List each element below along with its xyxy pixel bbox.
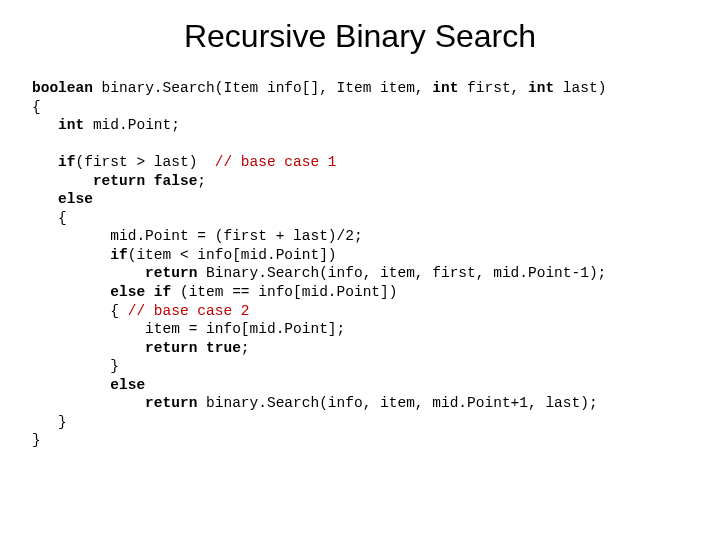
kw-int: int — [528, 80, 554, 96]
kw-if: if — [32, 154, 76, 170]
code-text: mid.Point; — [84, 117, 180, 133]
code-text: ; — [241, 340, 250, 356]
code-text: (item == info[mid.Point]) — [171, 284, 397, 300]
slide-title: Recursive Binary Search — [0, 0, 720, 79]
code-text: Binary.Search(info, item, first, mid.Poi… — [197, 265, 606, 281]
comment-base-case-1: // base case 1 — [215, 154, 337, 170]
kw-else: else — [32, 191, 93, 207]
kw-else: else — [32, 377, 145, 393]
kw-int: int — [32, 117, 84, 133]
kw-return-false: return false — [32, 173, 197, 189]
code-text: last) — [554, 80, 606, 96]
kw-boolean: boolean — [32, 80, 93, 96]
code-text: binary.Search(Item info[], Item item, — [93, 80, 432, 96]
kw-if: if — [32, 247, 128, 263]
code-text: (first > last) — [76, 154, 215, 170]
kw-else-if: else if — [32, 284, 171, 300]
kw-return: return — [32, 265, 197, 281]
code-text: { — [32, 303, 128, 319]
code-text: (item < info[mid.Point]) — [128, 247, 337, 263]
kw-return-true: return true — [32, 340, 241, 356]
code-text: } — [32, 414, 67, 430]
code-text: } — [32, 432, 41, 448]
code-text: item = info[mid.Point]; — [32, 321, 345, 337]
code-text: } — [32, 358, 119, 374]
code-text: first, — [458, 80, 528, 96]
comment-base-case-2: // base case 2 — [128, 303, 250, 319]
kw-return: return — [32, 395, 197, 411]
code-text: binary.Search(info, item, mid.Point+1, l… — [197, 395, 597, 411]
code-block: boolean binary.Search(Item info[], Item … — [0, 79, 720, 450]
code-text: { — [32, 210, 67, 226]
kw-int: int — [432, 80, 458, 96]
code-text: mid.Point = (first + last)/2; — [32, 228, 363, 244]
code-text: { — [32, 99, 41, 115]
code-text: ; — [197, 173, 206, 189]
